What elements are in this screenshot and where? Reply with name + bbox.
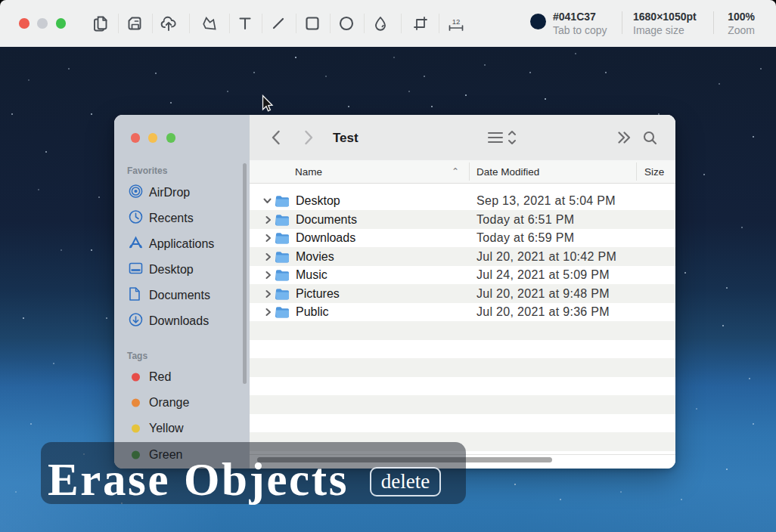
svg-text:12: 12: [452, 17, 461, 26]
